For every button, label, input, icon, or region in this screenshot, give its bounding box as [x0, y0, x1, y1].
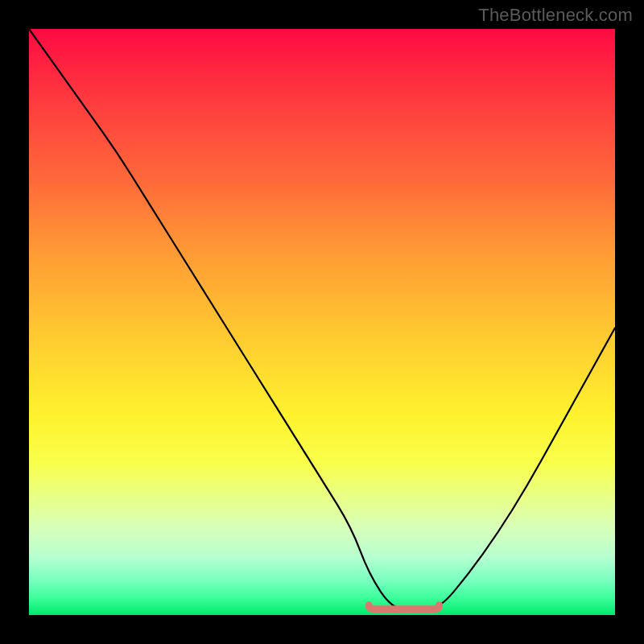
curve-svg: [29, 29, 615, 615]
plot-area: [29, 29, 615, 615]
bottleneck-curve: [29, 29, 615, 609]
watermark-text: TheBottleneck.com: [478, 5, 633, 26]
chart-frame: TheBottleneck.com: [0, 0, 644, 644]
valley-marker: [369, 605, 439, 609]
